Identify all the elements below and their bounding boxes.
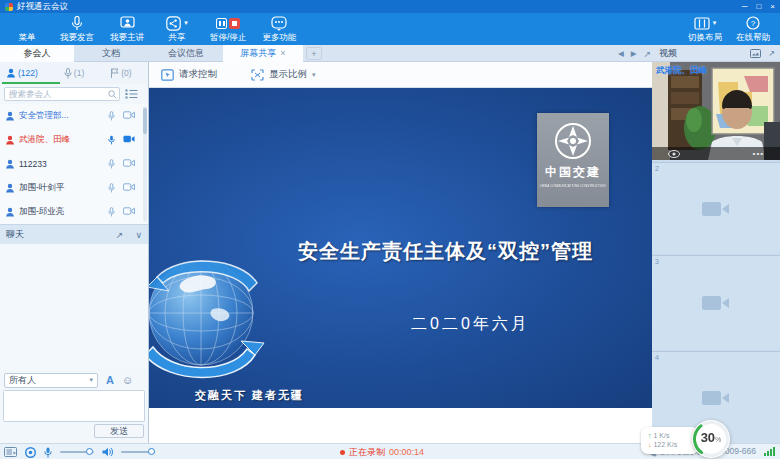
person-icon xyxy=(5,207,15,217)
signal-strength-icon xyxy=(764,447,775,456)
help-icon: ? xyxy=(746,15,760,31)
webcam-toggle-icon[interactable] xyxy=(25,447,36,458)
request-control-button[interactable]: 请求控制 xyxy=(161,68,217,81)
emoji-button[interactable]: ☺ xyxy=(122,374,133,386)
add-tab-button[interactable]: + xyxy=(306,47,322,60)
mic-icon[interactable] xyxy=(108,183,115,193)
person-icon xyxy=(6,68,16,78)
camera-placeholder-icon xyxy=(702,201,730,217)
pause-icon[interactable] xyxy=(216,18,227,29)
mic-icon[interactable] xyxy=(108,111,115,121)
more-functions-button[interactable]: 更多功能 xyxy=(260,13,298,45)
share-icon: ▾ xyxy=(166,15,188,31)
tab-screen-share[interactable]: 屏幕共享× xyxy=(223,45,303,62)
maximize-button[interactable]: □ xyxy=(756,2,761,11)
recording-timer: 00:00:14 xyxy=(389,447,424,457)
send-button[interactable]: 发送 xyxy=(94,424,144,438)
eye-icon[interactable] xyxy=(668,150,680,158)
video-slot[interactable]: 3 xyxy=(652,255,780,350)
app-logo-icon xyxy=(5,3,13,11)
search-input[interactable] xyxy=(4,87,120,101)
search-row xyxy=(0,84,148,104)
video-more-icon[interactable]: ••• xyxy=(753,149,764,158)
more-functions-icon xyxy=(271,15,287,31)
recording-dot-icon xyxy=(340,450,345,455)
font-style-button[interactable]: A xyxy=(106,374,114,386)
video-panel-icons: ↗ xyxy=(750,45,775,62)
mic-count[interactable]: (1) xyxy=(64,68,84,79)
recipient-select[interactable]: 所有人 ▾ xyxy=(4,373,98,388)
video-slot[interactable]: 2 xyxy=(652,162,780,254)
mic-on-icon[interactable] xyxy=(108,135,115,145)
search-icon xyxy=(108,90,117,99)
toolbar-right-group: ▾ 切换布局 ? 在线帮助 xyxy=(678,13,780,45)
request-speak-button[interactable]: 我要发言 xyxy=(58,13,96,45)
presenter-icon xyxy=(120,15,135,31)
participant-row[interactable]: 加围-叶剑平 xyxy=(0,176,148,200)
list-view-icon[interactable] xyxy=(125,89,138,99)
next-tab-icon[interactable]: ▶ xyxy=(631,49,637,58)
tab-meeting-info[interactable]: 会议信息 xyxy=(150,45,222,62)
usage-gauge[interactable]: 30% xyxy=(690,418,732,459)
mic-volume-icon[interactable] xyxy=(44,447,52,458)
camera-on-icon[interactable] xyxy=(123,135,135,143)
close-button[interactable]: × xyxy=(770,2,775,11)
thumbnail-view-icon[interactable] xyxy=(750,49,761,58)
chevron-down-icon: ▾ xyxy=(312,71,316,79)
chat-input[interactable] xyxy=(4,391,144,421)
participant-scrollbar[interactable] xyxy=(143,106,147,222)
stop-icon[interactable] xyxy=(229,18,240,29)
online-help-button[interactable]: ? 在线帮助 xyxy=(734,13,772,45)
menu-icon xyxy=(20,15,34,31)
upload-speed: 1 K/s xyxy=(653,432,669,439)
logo-chinese-text: 中国交建 xyxy=(545,164,601,181)
camera-icon[interactable] xyxy=(123,111,135,119)
menu-button[interactable]: 菜单 xyxy=(8,13,46,45)
chat-collapse-icon[interactable]: ∨ xyxy=(135,230,142,240)
prev-tab-icon[interactable]: ◀ xyxy=(618,49,624,58)
pause-stop-button[interactable]: 暂停/停止 xyxy=(208,13,248,45)
meeting-log-icon[interactable] xyxy=(4,447,17,457)
window-controls: ─ □ × xyxy=(742,2,775,11)
download-arrow-icon: ↓ xyxy=(648,441,652,448)
screen-share-panel: 请求控制 显示比例 ▾ 中国交建 CHINA COMMUNICATION xyxy=(149,62,652,443)
mic-icon[interactable] xyxy=(108,159,115,169)
expand-main-icon[interactable]: ↗ xyxy=(644,49,652,59)
camera-icon[interactable] xyxy=(123,183,135,191)
tab-documents[interactable]: 文档 xyxy=(74,45,148,62)
usage-unit: % xyxy=(715,436,721,443)
minimize-button[interactable]: ─ xyxy=(742,2,748,11)
mic-icon[interactable] xyxy=(108,207,115,217)
expand-video-icon[interactable]: ↗ xyxy=(768,49,775,58)
participant-row[interactable]: 安全管理部... xyxy=(0,104,148,128)
participant-row[interactable]: 112233 xyxy=(0,152,148,176)
camera-icon[interactable] xyxy=(123,159,135,167)
shared-slide: 中国交建 CHINA COMMUNICATIONS CONSTRUCTION 安… xyxy=(149,88,652,408)
chat-header: 聊天 ↗ ∨ xyxy=(0,224,148,244)
participant-row[interactable]: 武港院、田峰 xyxy=(0,128,148,152)
chat-input-box xyxy=(3,390,145,422)
mic-volume-slider[interactable] xyxy=(60,451,94,453)
chat-messages-area[interactable] xyxy=(0,244,148,370)
recording-status: 正在录制 00:00:14 xyxy=(340,444,424,459)
main-toolbar: 菜单 我要发言 我要主讲 ▾ 共享 xyxy=(0,13,780,45)
slide-date: 二0二0年六月 xyxy=(411,314,530,335)
speaker-volume-slider[interactable] xyxy=(121,451,155,453)
tab-participants[interactable]: 参会人 xyxy=(0,45,74,62)
flag-count[interactable]: (0) xyxy=(110,68,131,78)
display-ratio-button[interactable]: 显示比例 ▾ xyxy=(251,68,316,81)
speaker-volume-icon[interactable] xyxy=(102,447,113,457)
request-present-button[interactable]: 我要主讲 xyxy=(108,13,146,45)
active-counter-underline xyxy=(2,82,60,84)
share-button[interactable]: ▾ 共享 xyxy=(158,13,196,45)
close-tab-icon[interactable]: × xyxy=(280,48,285,58)
total-count[interactable]: (122) xyxy=(6,68,38,78)
active-video-tile[interactable]: 武港院、田峰 ••• xyxy=(652,62,780,160)
chat-popout-icon[interactable]: ↗ xyxy=(116,230,124,240)
request-control-icon xyxy=(161,69,174,81)
flag-icon xyxy=(110,68,119,78)
switch-layout-button[interactable]: ▾ 切换布局 xyxy=(686,13,724,45)
layout-icon: ▾ xyxy=(694,15,717,31)
participant-row[interactable]: 加围-邱业亮 xyxy=(0,200,148,224)
camera-icon[interactable] xyxy=(123,207,135,215)
